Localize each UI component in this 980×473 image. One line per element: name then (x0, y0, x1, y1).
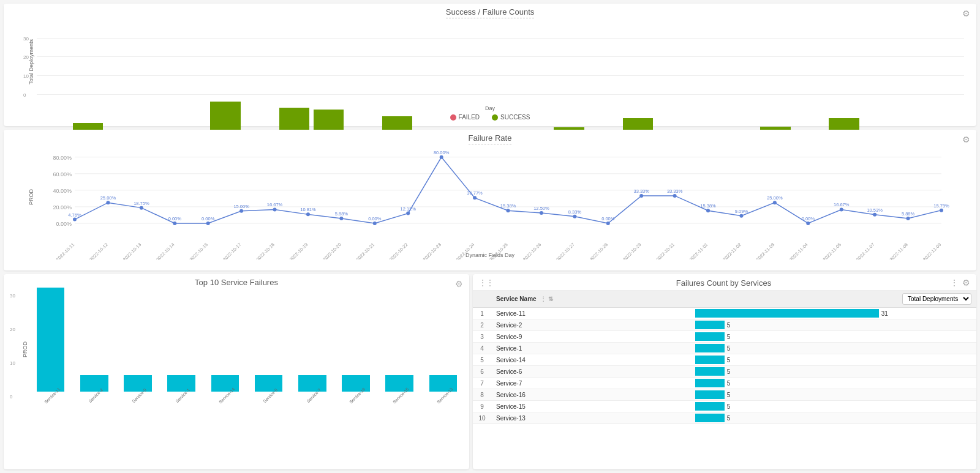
row-num: 11 (473, 424, 491, 426)
row-num: 5 (473, 354, 491, 366)
svg-point-61 (639, 194, 643, 198)
svg-text:2022-11-02: 2022-11-02 (722, 242, 742, 260)
svg-point-76 (806, 222, 810, 225)
bottom-right-title: Failures Count by Services (497, 278, 950, 288)
row-service: Service-14 (491, 354, 693, 366)
row-service: Service-13 (491, 412, 693, 424)
svg-text:2022-11-08: 2022-11-08 (888, 242, 908, 260)
svg-text:16.67%: 16.67% (834, 202, 850, 207)
row-value: 5 (693, 354, 976, 366)
svg-text:0.00%: 0.00% (368, 216, 382, 222)
svg-text:10.81%: 10.81% (300, 207, 316, 212)
svg-text:2022-10-27: 2022-10-27 (555, 242, 575, 260)
row-num: 8 (473, 389, 491, 401)
svg-text:2022-10-28: 2022-10-28 (589, 242, 609, 260)
table-row: 10 Service-13 5 (473, 412, 976, 424)
svg-point-31 (306, 212, 310, 216)
row-num: 1 (473, 308, 491, 319)
svg-point-58 (606, 222, 610, 225)
svg-text:0.00%: 0.00% (168, 216, 182, 222)
svg-point-16 (140, 206, 143, 210)
svg-point-64 (673, 194, 677, 198)
bottom-right-gear-icon[interactable]: ⚙ (962, 278, 970, 288)
row-service: Service-7 (491, 378, 693, 389)
table-row: 11 Service-8 4 (473, 424, 976, 426)
bottom-bar-group: Service-13 (423, 375, 463, 398)
bottom-bar-group: Service-9 (118, 375, 157, 398)
svg-text:2022-11-05: 2022-11-05 (822, 242, 842, 260)
table-row: 8 Service-16 5 (473, 389, 976, 401)
svg-point-28 (273, 207, 277, 211)
deployments-dropdown[interactable]: Total Deployments (902, 293, 971, 305)
svg-text:4.76%: 4.76% (68, 212, 81, 218)
top-chart-gear-icon[interactable]: ⚙ (962, 9, 970, 18)
row-service: Service-16 (491, 389, 693, 401)
dots-menu-icon[interactable]: ⋮ (950, 278, 959, 288)
svg-text:10.53%: 10.53% (867, 207, 883, 213)
col-deployments[interactable]: Total Deployments (693, 291, 976, 308)
top-chart-y-label: Total Deployments (28, 39, 34, 84)
row-service: Service-15 (491, 401, 693, 412)
svg-text:12.50%: 12.50% (533, 206, 549, 211)
col-service[interactable]: Service Name ⋮ ⇅ (491, 291, 693, 308)
svg-text:2022-10-31: 2022-10-31 (655, 242, 676, 260)
svg-text:16.67%: 16.67% (267, 202, 283, 207)
svg-text:0.00%: 0.00% (56, 221, 72, 227)
svg-text:2022-10-23: 2022-10-23 (422, 242, 442, 260)
bottom-bar-group: Service-6 (249, 375, 288, 398)
svg-point-82 (873, 213, 876, 217)
svg-text:80.00%: 80.00% (434, 150, 450, 155)
svg-point-19 (173, 222, 176, 225)
bottom-bar-group: Service-7 (292, 375, 332, 398)
svg-text:2022-10-29: 2022-10-29 (622, 242, 642, 260)
failures-table-scroll[interactable]: Service Name ⋮ ⇅ Total Deployments 1 Ser (473, 291, 976, 425)
svg-text:25.00%: 25.00% (767, 195, 783, 201)
svg-point-88 (940, 209, 943, 212)
svg-point-40 (406, 212, 410, 215)
middle-chart-gear-icon[interactable]: ⚙ (962, 135, 970, 144)
svg-point-55 (573, 215, 576, 218)
bottom-row: Top 10 Service Failures ⚙ PROD Service-1… (4, 274, 976, 469)
table-row: 7 Service-7 5 (473, 378, 976, 389)
svg-text:2022-10-13: 2022-10-13 (122, 242, 142, 260)
table-row: 2 Service-2 5 (473, 319, 976, 331)
bottom-left-title: Top 10 Service Failures (195, 278, 278, 287)
row-value: 5 (693, 412, 976, 424)
svg-text:2022-10-21: 2022-10-21 (355, 242, 375, 260)
svg-text:2022-10-18: 2022-10-18 (255, 242, 275, 260)
svg-text:15.00%: 15.00% (233, 204, 249, 209)
svg-text:30.77%: 30.77% (467, 190, 483, 196)
svg-point-34 (339, 217, 343, 220)
row-num: 9 (473, 401, 491, 412)
row-num: 10 (473, 412, 491, 424)
bottom-bar (255, 375, 283, 392)
middle-chart-y-label: PROD (28, 189, 34, 205)
failures-count-panel: ⋮⋮ Failures Count by Services ⋮ ⚙ Servic… (473, 274, 976, 469)
svg-point-46 (473, 196, 477, 199)
svg-text:0.00%: 0.00% (202, 216, 215, 222)
svg-text:80.00%: 80.00% (53, 155, 72, 161)
bottom-bar-group: Service-2 (74, 375, 114, 398)
row-value: 4 (693, 424, 976, 426)
svg-point-67 (706, 209, 710, 212)
drag-handle-icon[interactable]: ⋮⋮ (479, 278, 494, 287)
col-num (473, 291, 491, 308)
row-service: Service-1 (491, 343, 693, 354)
bottom-bar (124, 375, 152, 392)
svg-point-43 (440, 155, 443, 159)
svg-text:2022-11-07: 2022-11-07 (855, 242, 875, 260)
row-value: 5 (693, 378, 976, 389)
bottom-bar-group: Service-1 (162, 375, 202, 398)
svg-text:5.88%: 5.88% (335, 211, 349, 217)
svg-text:0.00%: 0.00% (601, 216, 615, 222)
svg-point-73 (773, 201, 777, 204)
bottom-left-gear-icon[interactable]: ⚙ (455, 279, 463, 289)
svg-text:8.33%: 8.33% (568, 209, 582, 215)
svg-point-37 (373, 222, 377, 225)
svg-text:2022-10-11: 2022-10-11 (55, 242, 75, 260)
bottom-bar-group: Service-14 (205, 375, 245, 398)
row-value: 31 (693, 308, 976, 319)
svg-point-22 (206, 222, 210, 225)
bottom-left-y-label: PROD (22, 341, 28, 357)
bottom-bar (298, 375, 326, 392)
